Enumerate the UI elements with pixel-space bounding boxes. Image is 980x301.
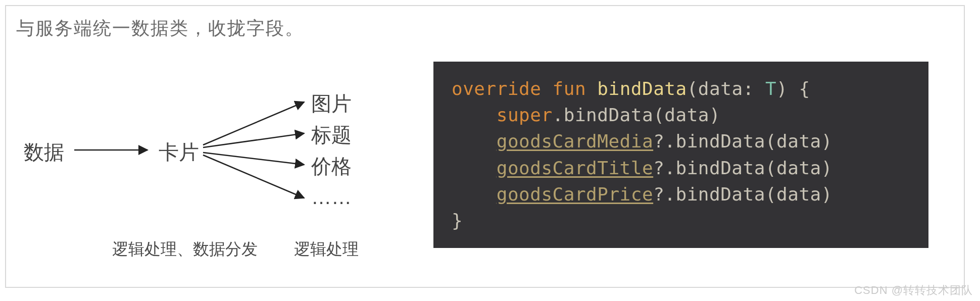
diagram-frame: 与服务端统一数据类，收拢字段。 数据 卡片 图片 标题 价格 …… 逻辑处理、数… [5,5,965,288]
sig-close: ) { [776,78,810,99]
code-snippet: override fun bindData(data: T) { super.b… [433,62,928,248]
node-hub: 卡片 [159,138,199,166]
l4-rest: ?.bindData(data) [653,158,832,178]
svg-line-1 [203,102,304,145]
paren-open: (data: [687,78,765,99]
flow-diagram: 数据 卡片 图片 标题 价格 …… 逻辑处理、数据分发 逻辑处理 [6,67,400,279]
caption-right: 逻辑处理 [294,238,359,261]
kw-override: override [452,78,541,99]
node-target-1: 标题 [311,121,352,149]
node-target-3: …… [311,186,352,209]
id-goodsCardTitle: goodsCardTitle [497,158,653,178]
caption-left: 逻辑处理、数据分发 [112,238,258,261]
l5-rest: ?.bindData(data) [653,184,832,205]
heading-text: 与服务端统一数据类，收拢字段。 [6,6,964,41]
watermark: CSDN @转转技术团队 [854,283,973,298]
fn-bindData: bindData [597,78,687,99]
kw-fun: fun [553,78,586,99]
node-target-0: 图片 [311,90,352,118]
node-target-2: 价格 [311,153,352,180]
brace-close: } [452,210,463,231]
svg-line-2 [203,133,304,147]
l2-rest: .bindData(data) [553,105,721,125]
id-goodsCardMedia: goodsCardMedia [497,131,653,152]
svg-line-4 [203,155,304,198]
id-goodsCardPrice: goodsCardPrice [497,184,653,205]
type-T: T [765,78,776,99]
svg-line-3 [203,153,304,165]
node-source: 数据 [24,138,64,166]
kw-super: super [497,105,553,125]
l3-rest: ?.bindData(data) [653,131,832,152]
